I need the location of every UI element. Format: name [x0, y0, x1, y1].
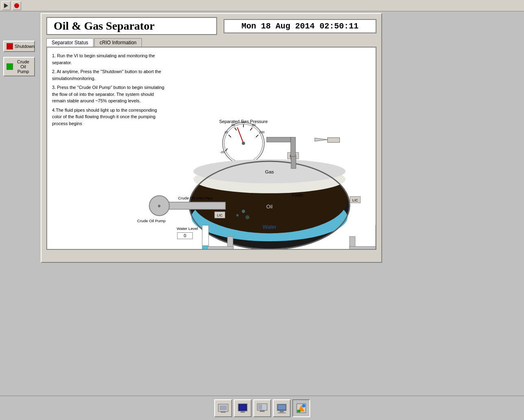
taskbar-icon-4[interactable]: [273, 399, 291, 417]
gauge-label-100: 100: [259, 130, 265, 134]
svg-rect-15: [280, 411, 284, 412]
taskbar-icon-1[interactable]: [214, 399, 232, 417]
stop-button[interactable]: [12, 1, 21, 10]
bubble3: [246, 215, 250, 219]
water-level-label: Water Level: [177, 227, 198, 231]
bubble2: [236, 214, 239, 216]
window-header: Oil & Gas Separator Mon 18 Aug 2014 02:5…: [41, 14, 381, 38]
content-area: 1. Run the VI to begin simulating and mo…: [46, 47, 376, 250]
svg-rect-16: [278, 412, 286, 414]
taskbar: [0, 396, 524, 420]
taskbar-icon-3[interactable]: [253, 399, 271, 417]
crude-inlet-pipe: [161, 202, 226, 210]
svg-rect-11: [263, 405, 267, 409]
oil-pipe-h: [350, 247, 376, 249]
crude-inlet-label: Crude Oil Inlet Pipe: [178, 196, 213, 200]
tab-separator-status[interactable]: Separator Status: [46, 38, 93, 47]
svg-rect-5: [221, 411, 226, 413]
crude-pump-label: Crude Oil Pump: [137, 219, 166, 223]
gauge-label-80: 80: [252, 123, 256, 127]
gas-pipe-ext: [328, 138, 340, 143]
gas-pipe-h: [267, 137, 291, 142]
separator-diagram: Separated Gas Pressure -20 20 40 60 80: [47, 48, 376, 249]
gauge-label-neg20: -20: [220, 150, 225, 154]
gauge-center: [242, 142, 245, 145]
foam-label: Foam: [292, 193, 303, 197]
svg-rect-10: [258, 405, 262, 409]
water-pipe-h: [207, 247, 233, 249]
svg-rect-14: [278, 405, 285, 409]
svg-rect-4: [220, 405, 227, 410]
gas-connect-pipe: [291, 156, 296, 169]
top-toolbar: [0, 0, 524, 11]
tab-crio-information[interactable]: cRIO Information: [94, 38, 142, 47]
lic-right-label: LIC: [352, 198, 358, 202]
shutdown-indicator: [7, 43, 13, 50]
gauge-label-60: 60: [241, 120, 245, 124]
svg-point-2: [14, 3, 19, 8]
gauge-label-20: 20: [224, 130, 228, 134]
bubble1: [242, 210, 245, 213]
svg-point-19: [302, 404, 305, 407]
svg-rect-12: [260, 410, 265, 412]
run-button[interactable]: [2, 1, 11, 10]
window-title: Oil & Gas Separator: [46, 17, 217, 35]
shutdown-label: Shutdown: [15, 44, 35, 49]
crude-oil-pump-label: Crude Oil Pump: [15, 59, 32, 74]
shutdown-button[interactable]: Shutdown: [3, 41, 35, 52]
svg-rect-8: [241, 411, 245, 413]
gas-layer-label: Gas: [265, 169, 274, 175]
oil-label: Oil: [266, 204, 273, 210]
datetime-display: Mon 18 Aug 2014 02:50:11: [224, 19, 376, 33]
svg-marker-0: [4, 3, 8, 8]
gas-arrow: [315, 138, 328, 141]
svg-rect-7: [239, 405, 246, 410]
lic-left-label: LIC: [217, 213, 223, 217]
svg-rect-20: [297, 410, 300, 412]
taskbar-icon-5[interactable]: [292, 399, 310, 417]
pump-text: ⚙: [158, 204, 161, 208]
tabs-bar: Separator Status cRIO Information: [41, 38, 381, 47]
gauge-label-40: 40: [231, 123, 235, 127]
taskbar-icon-2[interactable]: [234, 399, 252, 417]
water-level-value: 0: [184, 233, 186, 238]
main-window: Oil & Gas Separator Mon 18 Aug 2014 02:5…: [41, 13, 382, 263]
crude-oil-pump-button[interactable]: Crude Oil Pump: [3, 57, 35, 76]
left-controls: Shutdown Crude Oil Pump: [3, 41, 35, 76]
pump-indicator: [7, 63, 13, 70]
water-label: Water: [263, 224, 276, 230]
